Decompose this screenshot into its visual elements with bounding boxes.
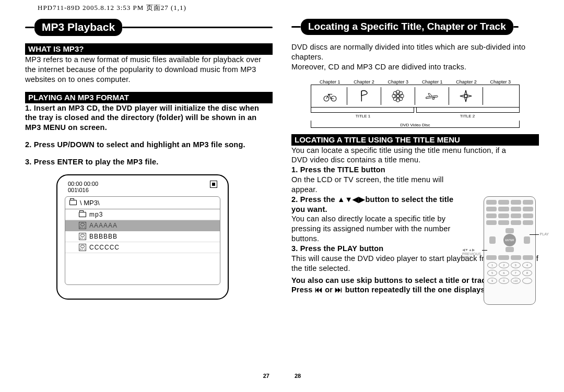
num-button: 5 [487,270,497,276]
num-button: 0 [499,278,509,284]
chapter-label: Chapter 1 [415,79,449,85]
section-title: MP3 Playback [34,19,122,36]
compass-icon [449,87,483,105]
callout-nav: ◀▼▲▶ PREVIOUS NEXT [462,248,481,259]
num-button: 7 [511,270,521,276]
list-item: mp3 [65,209,220,220]
dpad-down [506,247,514,252]
mp3-step-1: 1. Insert an MP3 CD, the DVD player will… [25,103,273,133]
page-28: Locating a Specific Title, Chapter or Tr… [282,19,548,379]
num-button: 9 [487,278,497,284]
page-number: 27 [263,373,269,379]
chapter-label: Chapter 2 [449,79,483,85]
list-item-selected: AAAAAA [65,220,220,231]
num-button: 1 [487,262,497,268]
file-label: CCCCCC [89,244,120,251]
num-button: +10 [511,278,521,284]
dpad-arrows-icon: ▲▼◀▶ [337,195,366,204]
dpad-enter: ENTER [503,234,516,246]
num-button: 2 [499,262,509,268]
folder-icon [69,200,77,205]
stop-icon [210,181,217,188]
folder-icon [79,212,86,217]
dpad-arrows-icon: ◀▼▲▶ [462,248,475,252]
file-header: HPD711-89D 2005.8.12 3:53 PM 页面27 (1,1) [0,0,564,14]
section-header-mp3: MP3 Playback [25,19,273,36]
chapter-label: Chapter 1 [313,79,347,85]
mp3-step-2: 2. Press UP/DOWN to select and highlight… [25,140,273,150]
mp3-file-icon [79,233,86,240]
number-pad: 1 2 3 4 5 6 7 8 9 0 +10 [486,262,533,284]
step-1-heading: 1. Press the TITLE button [291,165,459,175]
intro-line-2: Moreover, CD and MP3 CD are didived into… [291,62,539,72]
mp3-path: \ MP3\ [80,199,100,207]
intro-line-1: DVD discs are normally divided into titl… [291,42,539,62]
disc-label: DVD Video Disc [311,123,519,127]
page-spread: MP3 Playback WHAT IS MP3? MP3 refers to … [0,14,564,379]
bicycle-icon [313,87,347,105]
num-button [522,278,532,284]
callout-next: NEXT [462,256,472,259]
step-2-body: You can also directly locate a specific … [291,214,459,244]
skip-prev-icon: ⏮ [315,286,323,294]
mp3-step-3: 3. Press ENTER to play the MP3 file. [25,157,273,167]
step-2-heading: 2. Press the ▲▼◀▶button to select the ti… [291,195,459,215]
what-is-mp3-body: MP3 refers to a new format of music file… [25,55,273,85]
mp3-menu-illustration: 00:00 00:00 001\016 \ MP3\ mp3 [56,174,229,300]
dpad: ENTER [489,228,530,252]
file-label: BBBBBB [89,233,118,240]
subheading-what-is-mp3: WHAT IS MP3? [25,43,273,55]
file-label: AAAAAA [89,222,118,229]
num-button: 6 [499,270,509,276]
chapter-label: Chapter 3 [381,79,415,85]
dpad-right [524,236,530,244]
callout-play: PLAY [540,232,549,236]
mp3-counter: 001\016 [68,187,98,193]
title-label: TITLE 1 [311,114,415,118]
airplane-icon [415,87,449,105]
num-button: 8 [522,270,532,276]
remote-illustration: ENTER 1 2 3 4 5 6 7 8 9 0 +10 PLAY ◀▼▲▶ … [484,196,536,305]
title-label: TITLE 2 [415,114,520,118]
dpad-left [489,236,496,244]
list-item: CCCCCC [65,242,220,253]
svg-point-3 [396,94,400,98]
mp3-time: 00:00 00:00 [68,181,98,187]
folder-label: mp3 [89,211,103,218]
locating-intro: You can locate a specific title using th… [291,146,516,165]
step-3-heading: 3. Press the PLAY button [291,244,459,254]
num-button: 4 [522,262,532,268]
disc-structure-diagram: Chapter 1 Chapter 2 Chapter 3 Chapter 1 … [311,79,520,128]
step-1-body: On the LCD or TV screen, the title menu … [291,175,459,195]
dpad-up [506,228,514,233]
mp3-file-icon [79,222,86,229]
skip-next-icon: ⏭ [335,286,343,294]
list-item: BBBBBB [65,231,220,242]
callout-prev: PREVIOUS [462,252,481,256]
page-27: MP3 Playback WHAT IS MP3? MP3 refers to … [16,19,282,379]
mp3-file-icon [79,244,86,251]
section-header-locating: Locating a Specific Title, Chapter or Tr… [291,19,539,35]
flag-icon [347,87,381,105]
section-title: Locating a Specific Title, Chapter or Tr… [301,19,513,35]
subheading-locating-title: LOCATING A TITLE USING THE TITLE MENU [291,134,539,146]
flower-icon [381,87,415,105]
chapter-label: Chapter 2 [347,79,381,85]
num-button: 3 [511,262,521,268]
subheading-playing-mp3: PLAYING AN MP3 FORMAT [25,92,273,103]
chapter-label: Chapter 3 [484,79,518,85]
page-number: 28 [295,373,301,379]
